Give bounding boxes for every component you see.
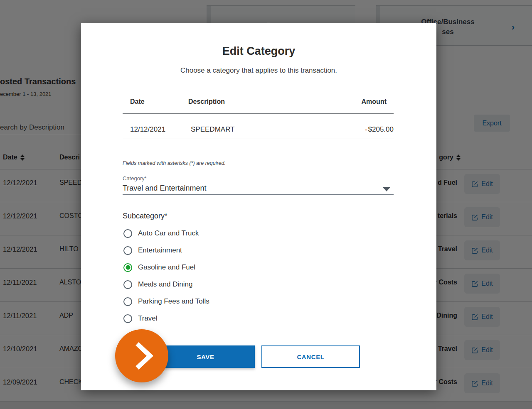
subcategory-option-entertainment[interactable]: Entertainment <box>123 244 182 257</box>
category-selected-value: Travel and Entertainment <box>123 184 206 193</box>
txn-description: SPEEDMART <box>191 125 235 134</box>
divider <box>123 113 394 114</box>
divider <box>123 139 394 139</box>
category-label: Category* <box>123 175 147 181</box>
radio-icon[interactable] <box>123 280 132 289</box>
subcategory-option-travel[interactable]: Travel <box>123 312 158 325</box>
subcategory-option-meals-and-dining[interactable]: Meals and Dining <box>123 278 192 291</box>
app-root: Property Office/Business ses › osted Tra… <box>0 0 532 409</box>
txn-header-date: Date <box>130 98 145 105</box>
radio-icon[interactable] <box>123 297 132 306</box>
txn-amount: -$205.00 <box>365 125 394 134</box>
radio-icon[interactable] <box>123 314 132 323</box>
negative-sign: - <box>365 125 367 133</box>
modal-subtitle: Choose a category that applies to this t… <box>81 66 436 75</box>
category-dropdown[interactable]: Travel and Entertainment <box>123 183 394 195</box>
dropdown-underline <box>123 194 394 195</box>
cancel-button[interactable]: CANCEL <box>261 345 360 368</box>
required-note: Fields marked with asterisks (*) are req… <box>123 160 226 166</box>
coach-mark-next-button[interactable] <box>115 329 168 382</box>
txn-header-amount: Amount <box>362 98 387 105</box>
radio-icon[interactable] <box>123 246 132 255</box>
subcategory-option-parking-fees-and-tolls[interactable]: Parking Fees and Tolls <box>123 295 209 308</box>
txn-header-description: Description <box>188 98 225 105</box>
txn-date: 12/12/2021 <box>130 125 165 134</box>
save-button[interactable]: SAVE <box>156 345 255 368</box>
subcategory-option-gasoline-and-fuel[interactable]: Gasoline and Fuel <box>123 261 195 274</box>
chevron-right-icon <box>135 342 153 370</box>
radio-icon[interactable] <box>123 229 132 238</box>
subcategory-option-auto-car-and-truck[interactable]: Auto Car and Truck <box>123 227 199 240</box>
dropdown-arrow-icon <box>383 187 390 191</box>
modal-title: Edit Category <box>81 45 436 58</box>
radio-icon-selected[interactable] <box>123 263 132 272</box>
subcategory-label: Subcategory* <box>123 212 167 220</box>
